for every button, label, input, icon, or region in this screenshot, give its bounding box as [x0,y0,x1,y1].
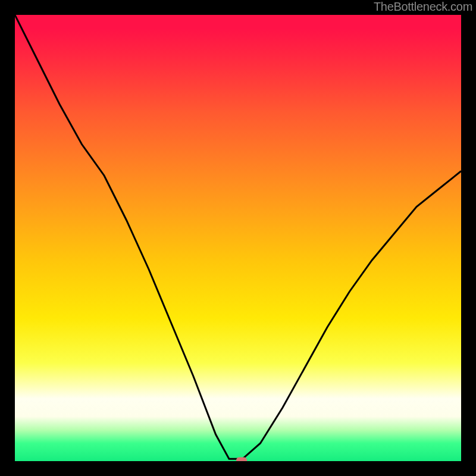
watermark-text: TheBottleneck.com [374,0,472,14]
bottleneck-curve [15,15,461,461]
chart-frame: TheBottleneck.com [0,0,476,476]
plot-area [15,15,461,461]
optimal-marker [236,457,247,461]
